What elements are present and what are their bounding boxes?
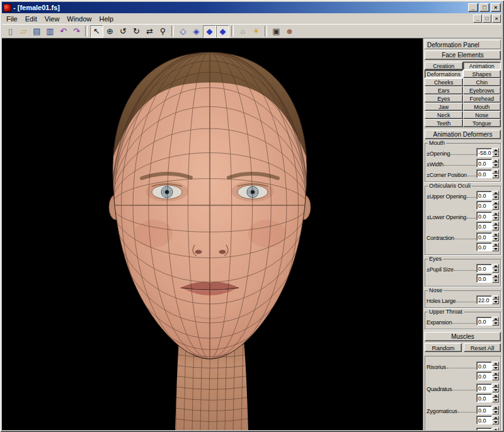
value-input[interactable]: 0.0 [476, 159, 492, 168]
value-input[interactable]: 0.0 [476, 317, 492, 326]
spin-down-button[interactable] [492, 268, 499, 273]
menu-window[interactable]: Window [63, 14, 95, 23]
spin-up-button[interactable] [492, 416, 499, 420]
value-input[interactable]: 0.0 [476, 406, 492, 414]
spin-down-button[interactable] [492, 410, 499, 414]
spin-down-button[interactable] [492, 398, 499, 402]
tab-mouth[interactable]: Mouth [463, 103, 501, 111]
light-on-icon[interactable]: ☀ [249, 25, 263, 38]
value-input[interactable]: 0.0 [476, 274, 492, 283]
redo-icon[interactable]: ↷ [70, 25, 83, 38]
menu-help[interactable]: Help [95, 14, 117, 23]
menu-edit[interactable]: Edit [21, 14, 41, 23]
mdi-restore-button[interactable]: □ [483, 14, 491, 23]
spin-up-button[interactable] [492, 212, 499, 216]
spin-up-button[interactable] [492, 232, 499, 237]
spin-up-button[interactable] [492, 394, 499, 398]
spin-down-button[interactable] [492, 321, 499, 326]
head-view-icon[interactable]: ☻ [283, 25, 296, 38]
mode-points-icon[interactable]: ◇ [176, 25, 190, 38]
value-input[interactable]: -58.0 [476, 148, 492, 157]
tab-animation[interactable]: Animation [463, 62, 501, 70]
minimize-button[interactable]: _ [468, 3, 478, 12]
spin-up-button[interactable] [492, 317, 499, 321]
tab-neck[interactable]: Neck [425, 111, 463, 119]
spin-down-button[interactable] [492, 174, 499, 178]
tab-tongue[interactable]: Tongue [463, 119, 501, 127]
spin-up-button[interactable] [492, 201, 499, 205]
spin-up-button[interactable] [492, 264, 499, 268]
tab-forehead[interactable]: Forehead [463, 94, 501, 103]
value-input[interactable]: 0.0 [476, 372, 492, 380]
spin-up-button[interactable] [492, 222, 499, 226]
spin-down-button[interactable] [492, 237, 499, 241]
spin-up-button[interactable] [492, 274, 499, 278]
tab-nose[interactable]: Nose [463, 111, 501, 119]
zoom-icon[interactable]: ⚲ [156, 25, 169, 38]
track-icon[interactable]: ⇄ [143, 25, 156, 38]
light-dim-icon[interactable]: ☼ [236, 25, 249, 38]
spin-up-button[interactable] [492, 372, 499, 376]
random-button[interactable]: Random [425, 343, 462, 352]
value-input[interactable]: 0.0 [476, 361, 492, 370]
tab-shapes[interactable]: Shapes [463, 70, 501, 78]
select-arrow-icon[interactable]: ↖ [90, 25, 103, 38]
tab-chin[interactable]: Chin [463, 78, 501, 86]
mdi-minimize-button[interactable]: _ [473, 14, 482, 23]
mode-flat-icon[interactable]: ◆ [203, 25, 216, 38]
spin-down-button[interactable] [492, 195, 499, 200]
tab-eyes[interactable]: Eyes [425, 94, 463, 103]
spin-up-button[interactable] [492, 242, 499, 247]
orbit-icon[interactable]: ↻ [130, 25, 143, 38]
tab-jaw[interactable]: Jaw [425, 103, 463, 111]
value-input[interactable]: 0.0 [476, 242, 492, 251]
spin-up-button[interactable] [492, 406, 499, 410]
reset-all-button[interactable]: Reset All [464, 343, 501, 352]
value-input[interactable]: 0.0 [476, 384, 492, 392]
tab-creation[interactable]: Creation [425, 62, 463, 70]
spin-down-button[interactable] [492, 247, 499, 251]
undo-icon[interactable]: ↶ [57, 25, 70, 38]
menu-file[interactable]: File [3, 14, 21, 23]
camera-icon[interactable]: ▣ [270, 25, 283, 38]
value-input[interactable]: 0.0 [476, 264, 492, 273]
spin-up-button[interactable] [492, 169, 499, 174]
maximize-button[interactable]: □ [479, 3, 490, 12]
close-button[interactable]: × [491, 3, 501, 12]
spin-up-button[interactable] [492, 191, 499, 195]
tab-eyebrows[interactable]: Eyebrows [463, 86, 501, 94]
value-input[interactable]: 22.0 [476, 295, 492, 304]
spin-down-button[interactable] [492, 300, 499, 304]
spin-up-button[interactable] [492, 295, 499, 300]
spin-up-button[interactable] [492, 384, 499, 388]
spin-down-button[interactable] [492, 152, 499, 157]
viewport-3d[interactable] [2, 38, 423, 430]
spin-down-button[interactable] [492, 216, 499, 220]
spin-down-button[interactable] [492, 163, 499, 168]
spin-up-button[interactable] [492, 148, 499, 152]
spin-down-button[interactable] [492, 226, 499, 230]
value-input[interactable]: 0.0 [476, 191, 492, 200]
value-input[interactable]: 0.0 [476, 222, 492, 230]
mode-wireframe-icon[interactable]: ◈ [190, 25, 203, 38]
pan-icon[interactable]: ⊕ [103, 25, 117, 38]
mode-smooth-icon[interactable]: ◆ [216, 25, 229, 38]
spin-down-button[interactable] [492, 388, 499, 392]
rotate-icon[interactable]: ↺ [117, 25, 130, 38]
new-file-icon[interactable]: ▯ [4, 25, 17, 38]
menu-view[interactable]: View [41, 14, 64, 23]
value-input[interactable]: 0.0 [476, 416, 492, 424]
tab-teeth[interactable]: Teeth [425, 119, 463, 127]
export-icon[interactable]: ▥ [43, 25, 57, 38]
tab-cheeks[interactable]: Cheeks [425, 78, 463, 86]
spin-down-button[interactable] [492, 376, 499, 380]
spin-down-button[interactable] [492, 205, 499, 210]
tab-ears[interactable]: Ears [425, 86, 463, 94]
tab-deformations[interactable]: Deformations [425, 70, 463, 78]
spin-up-button[interactable] [492, 428, 499, 430]
face-elements-button[interactable]: Face Elements [425, 50, 501, 60]
save-icon[interactable]: ▤ [30, 25, 43, 38]
value-input[interactable]: 0.0 [476, 428, 492, 430]
spin-up-button[interactable] [492, 159, 499, 163]
spin-down-button[interactable] [492, 366, 499, 370]
